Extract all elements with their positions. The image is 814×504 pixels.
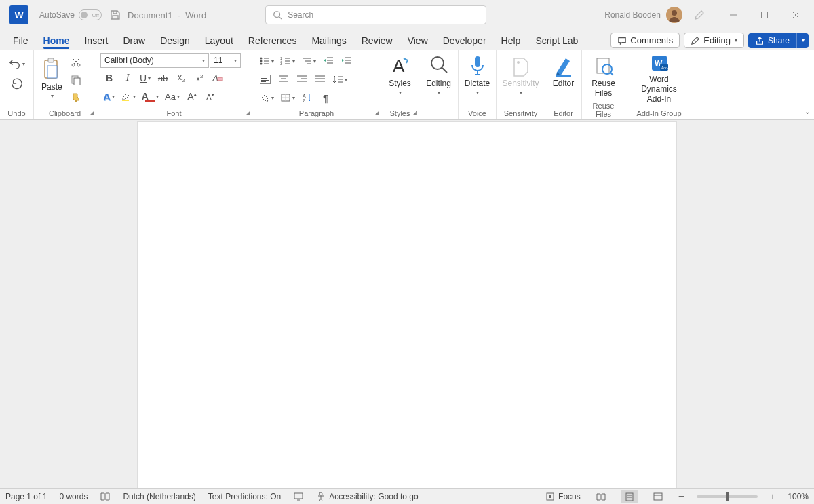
accessibility-status[interactable]: Accessibility: Good to go (316, 492, 418, 501)
text-predictions-status[interactable]: Text Predictions: On (208, 492, 281, 501)
editing-mode-button[interactable]: Editing ▾ (684, 33, 744, 48)
display-settings[interactable] (293, 492, 304, 501)
editing-button[interactable]: Editing ▾ (423, 53, 454, 98)
align-right-button[interactable] (293, 71, 311, 88)
web-layout-button[interactable] (650, 490, 666, 503)
language-status[interactable]: Dutch (Netherlands) (123, 492, 195, 501)
editor-button[interactable]: Editor (549, 53, 577, 90)
dialog-launcher-icon[interactable]: ◢ (90, 109, 94, 116)
bold-button[interactable]: B (100, 70, 118, 86)
tab-help[interactable]: Help (494, 33, 528, 50)
redo-button[interactable] (8, 76, 26, 92)
tab-developer[interactable]: Developer (435, 33, 494, 50)
page-number[interactable]: Page 1 of 1 (5, 492, 47, 501)
svg-rect-16 (145, 100, 155, 102)
document-page[interactable] (138, 122, 676, 488)
highlight-button[interactable]: ▾ (118, 88, 138, 104)
clear-formatting-button[interactable]: A (209, 70, 227, 86)
word-count[interactable]: 0 words (59, 492, 88, 501)
numbering-icon: 123 (280, 56, 291, 66)
tab-review[interactable]: Review (354, 33, 400, 50)
subscript-button[interactable]: x2 (172, 70, 190, 86)
font-size-input[interactable]: 11▾ (210, 53, 241, 68)
dialog-launcher-icon[interactable]: ◢ (412, 109, 417, 116)
tab-scriptlab[interactable]: Script Lab (528, 33, 585, 50)
show-marks-button[interactable]: ¶ (317, 90, 334, 106)
tab-home[interactable]: Home (36, 33, 77, 50)
styles-button[interactable]: A Styles ▾ (385, 53, 414, 98)
align-center-button[interactable] (275, 71, 292, 88)
bullets-button[interactable]: ▾ (256, 53, 277, 69)
zoom-slider[interactable] (697, 495, 758, 498)
zoom-in-button[interactable]: + (770, 491, 775, 502)
tab-draw[interactable]: Draw (115, 33, 153, 50)
superscript-button[interactable]: x2 (191, 70, 208, 86)
change-case-button[interactable]: Aa▾ (162, 88, 182, 104)
numbering-button[interactable]: 123▾ (277, 53, 298, 69)
tab-insert[interactable]: Insert (77, 33, 115, 50)
increase-indent-button[interactable] (338, 53, 355, 69)
shading-button[interactable]: ▾ (256, 90, 277, 106)
read-mode-button[interactable] (593, 490, 609, 503)
font-name-input[interactable]: Calibri (Body)▾ (100, 53, 209, 68)
copy-button[interactable] (67, 72, 85, 88)
line-spacing-button[interactable]: ▾ (330, 71, 350, 88)
share-dropdown[interactable]: ▾ (796, 33, 809, 48)
addin-icon: WAdd-in (649, 54, 670, 73)
print-layout-button[interactable] (621, 490, 638, 503)
focus-mode-button[interactable]: Focus (545, 492, 581, 501)
print-layout-icon (624, 492, 635, 501)
svg-text:A: A (303, 94, 306, 98)
zoom-out-button[interactable]: − (678, 490, 684, 503)
multilevel-list-button[interactable]: ▾ (298, 53, 319, 69)
text-effects-button[interactable]: A▾ (100, 88, 117, 104)
tab-layout[interactable]: Layout (197, 33, 241, 50)
search-input[interactable]: Search (265, 5, 486, 24)
collapse-ribbon-button[interactable]: ⌄ (805, 108, 810, 115)
web-layout-icon (653, 492, 663, 501)
decrease-indent-button[interactable] (319, 53, 337, 69)
justify-button[interactable] (311, 71, 329, 88)
tab-references[interactable]: References (241, 33, 305, 50)
user-account[interactable]: Ronald Booden (604, 7, 682, 23)
zoom-level[interactable]: 100% (788, 492, 809, 501)
maximize-button[interactable] (749, 5, 780, 25)
tab-view[interactable]: View (400, 33, 435, 50)
dialog-launcher-icon[interactable]: ◢ (374, 109, 379, 116)
dictate-button[interactable]: Dictate ▾ (461, 53, 493, 98)
comments-button[interactable]: Comments (610, 33, 680, 48)
grow-font-button[interactable]: A▴ (183, 88, 201, 104)
close-button[interactable] (780, 5, 811, 25)
tab-mailings[interactable]: Mailings (304, 33, 353, 50)
format-painter-button[interactable] (67, 90, 85, 106)
italic-button[interactable]: I (119, 70, 136, 86)
borders-button[interactable]: ▾ (277, 90, 298, 106)
tab-file[interactable]: File (5, 33, 36, 50)
pen-icon[interactable] (691, 7, 708, 23)
undo-button[interactable]: ▾ (6, 56, 28, 72)
reuse-files-button[interactable]: Reuse Files (586, 53, 621, 100)
search-icon (273, 10, 282, 20)
svg-point-9 (72, 64, 75, 66)
underline-button[interactable]: U▾ (137, 70, 153, 86)
shrink-font-button[interactable]: A▾ (201, 88, 219, 104)
font-color-button[interactable]: A▾ (139, 88, 161, 104)
cut-button[interactable] (67, 54, 85, 71)
minimize-button[interactable] (718, 5, 749, 25)
dialog-launcher-icon[interactable]: ◢ (246, 109, 250, 116)
strikethrough-button[interactable]: ab (154, 70, 172, 86)
word-dynamics-addin-button[interactable]: WAdd-in Word Dynamics Add-In (629, 53, 689, 105)
share-button-group: Share ▾ (748, 33, 809, 48)
spellcheck-status[interactable] (100, 492, 111, 501)
share-button[interactable]: Share (748, 33, 796, 48)
align-left-button[interactable] (256, 71, 274, 88)
status-bar: Page 1 of 1 0 words Dutch (Netherlands) … (0, 488, 814, 504)
paste-button[interactable]: Paste ▾ (38, 53, 66, 104)
autosave-toggle[interactable]: AutoSave Off (39, 9, 102, 20)
tab-design[interactable]: Design (153, 33, 197, 50)
user-name: Ronald Booden (604, 10, 661, 20)
sort-button[interactable]: AZ (298, 90, 316, 106)
align-right-icon (296, 75, 307, 84)
save-icon[interactable] (110, 9, 121, 20)
document-title[interactable]: Document1 - Word (128, 10, 206, 20)
